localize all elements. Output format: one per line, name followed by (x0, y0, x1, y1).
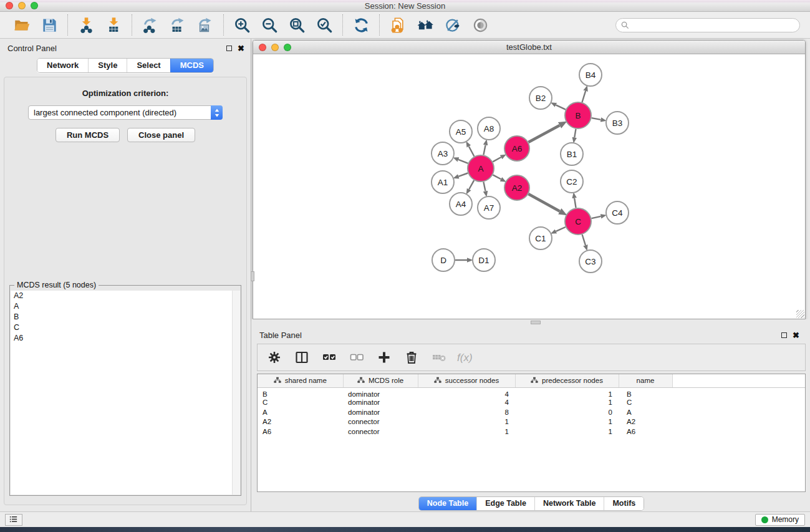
task-history-button[interactable] (5, 514, 22, 526)
float-panel-icon[interactable] (226, 46, 232, 51)
edge-A-A5[interactable] (469, 147, 475, 157)
column-header-name[interactable]: name (619, 374, 672, 387)
result-list-item[interactable]: B (11, 312, 240, 322)
node-B3[interactable]: B3 (606, 112, 629, 134)
result-list-item[interactable]: A (11, 301, 240, 312)
edge-C-C1[interactable] (556, 227, 566, 231)
edge-C-C3[interactable] (582, 235, 586, 245)
open-file-button[interactable] (10, 14, 34, 36)
tab-network[interactable]: Network (37, 59, 88, 72)
node-D1[interactable]: D1 (473, 249, 495, 271)
home-button[interactable] (413, 14, 437, 36)
edge-A-A2[interactable] (493, 175, 501, 179)
horizontal-divider[interactable] (251, 319, 810, 326)
refresh-button[interactable] (349, 14, 373, 36)
zoom-out-button[interactable] (258, 14, 281, 36)
close-panel-button[interactable]: Close panel (127, 128, 195, 142)
tab-network-table[interactable]: Network Table (534, 497, 604, 510)
run-mcds-button[interactable]: Run MCDS (55, 128, 120, 142)
mcds-result-list[interactable]: A2ABCA6 (11, 291, 240, 495)
edge-B-B2[interactable] (556, 105, 566, 109)
import-table-button[interactable] (102, 14, 125, 36)
edge-A6-B[interactable] (529, 125, 560, 142)
edge-C-C2[interactable] (574, 198, 576, 208)
import-network-button[interactable] (74, 14, 98, 36)
node-A4[interactable]: A4 (450, 193, 472, 215)
node-C1[interactable]: C1 (529, 227, 552, 249)
column-header-shared-name[interactable]: shared name (258, 374, 343, 387)
eye-button[interactable] (468, 14, 492, 36)
table-row[interactable]: A2connector11A2 (258, 417, 805, 427)
export-network-button[interactable] (138, 14, 162, 36)
edge-A-A7[interactable] (483, 182, 485, 191)
details-button[interactable] (441, 14, 465, 36)
split-view-button[interactable] (291, 347, 312, 367)
edge-A-A1[interactable] (458, 173, 468, 177)
result-list-item[interactable]: A2 (11, 291, 240, 301)
edge-A-A6[interactable] (493, 157, 501, 162)
zoom-in-button[interactable] (230, 14, 254, 36)
deselect-all-button[interactable] (346, 347, 367, 367)
settings-gear-button[interactable] (264, 347, 285, 367)
node-C3[interactable]: C3 (579, 250, 602, 273)
result-list-item[interactable]: C (11, 322, 240, 333)
memory-button[interactable]: Memory (755, 514, 805, 526)
result-scrollbar[interactable] (232, 291, 240, 495)
node-A3[interactable]: A3 (432, 142, 454, 165)
close-panel-icon[interactable]: ✖ (238, 46, 244, 52)
node-A1[interactable]: A1 (432, 171, 454, 193)
zoom-fit-button[interactable] (285, 14, 309, 36)
tab-node-table[interactable]: Node Table (419, 497, 476, 510)
node-B[interactable]: B (565, 102, 591, 128)
edge-B-B1[interactable] (574, 129, 576, 138)
tab-mcds[interactable]: MCDS (170, 59, 213, 72)
edge-B-B3[interactable] (592, 118, 601, 120)
search-input[interactable] (615, 18, 800, 32)
tab-select[interactable]: Select (127, 59, 170, 72)
tab-style[interactable]: Style (88, 59, 127, 72)
resize-grip-icon[interactable] (796, 310, 804, 318)
node-B1[interactable]: B1 (561, 143, 583, 165)
node-B2[interactable]: B2 (529, 87, 552, 109)
edge-C-C4[interactable] (592, 216, 601, 218)
column-header-MCDS-role[interactable]: MCDS role (343, 374, 418, 387)
panel-split-handle[interactable] (251, 271, 254, 281)
network-canvas[interactable]: B4B2BB3A5A8A6A3B1AA1C2A2A4A7C4CC1C3DD1 (253, 54, 805, 319)
edge-A-A8[interactable] (483, 145, 485, 155)
float-table-panel-icon[interactable] (781, 332, 787, 338)
node-A8[interactable]: A8 (478, 117, 500, 140)
result-list-item[interactable]: A6 (11, 333, 240, 344)
save-session-button[interactable] (37, 14, 61, 36)
column-header-successor-nodes[interactable]: successor nodes (418, 374, 515, 387)
node-C4[interactable]: C4 (606, 201, 629, 224)
tab-edge-table[interactable]: Edge Table (476, 497, 534, 510)
node-A6[interactable]: A6 (504, 136, 529, 161)
node-B4[interactable]: B4 (579, 64, 602, 86)
export-table-button[interactable] (166, 14, 190, 36)
table-row[interactable]: A6connector11A6 (258, 427, 805, 437)
add-column-button[interactable] (374, 347, 395, 367)
network-document-button[interactable] (386, 14, 410, 36)
criterion-select[interactable]: largest connected component (directed) (28, 105, 223, 120)
edge-A-A4[interactable] (469, 180, 474, 189)
node-A[interactable]: A (468, 155, 494, 181)
export-image-button[interactable] (193, 14, 217, 36)
node-C2[interactable]: C2 (561, 170, 583, 193)
divider-handle[interactable] (531, 321, 541, 324)
close-table-panel-icon[interactable]: ✖ (793, 332, 799, 339)
delete-column-button[interactable] (401, 347, 422, 367)
edge-A-A3[interactable] (458, 160, 468, 163)
table-row[interactable]: Adominator80A (258, 407, 805, 417)
column-header-predecessor-nodes[interactable]: predecessor nodes (515, 374, 619, 387)
network-window-titlebar[interactable]: testGlobe.txt (253, 41, 805, 54)
node-C[interactable]: C (565, 208, 591, 235)
node-D[interactable]: D (432, 249, 455, 271)
edge-A2-C[interactable] (528, 194, 559, 211)
select-all-button[interactable] (319, 347, 340, 367)
node-A5[interactable]: A5 (450, 120, 472, 143)
table-row[interactable]: Cdominator41C (258, 398, 805, 408)
node-A7[interactable]: A7 (478, 196, 500, 219)
node-A2[interactable]: A2 (504, 175, 529, 200)
table-row[interactable]: Bdominator41B (258, 387, 805, 398)
zoom-selected-button[interactable] (312, 14, 336, 36)
